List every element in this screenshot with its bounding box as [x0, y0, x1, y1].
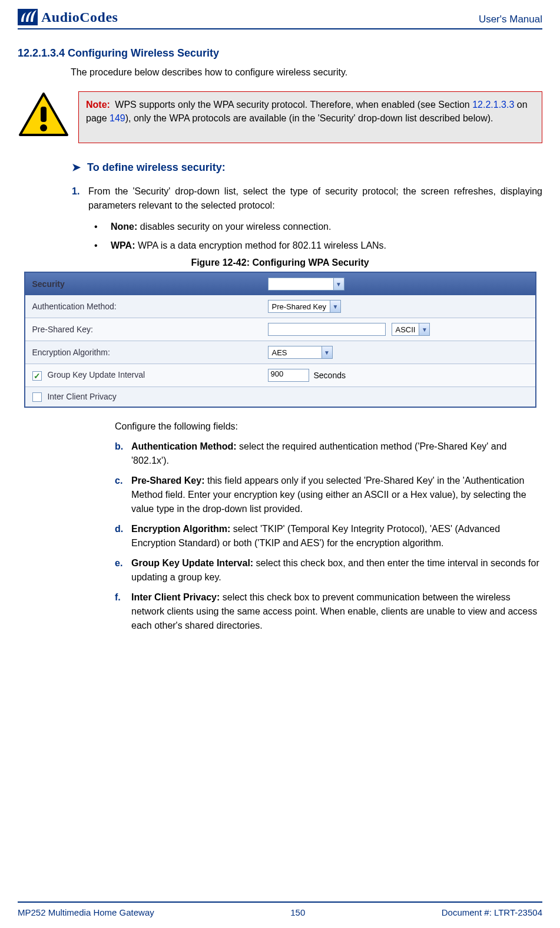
svg-rect-2 [41, 107, 47, 122]
sub-body: Authentication Method: select the requir… [131, 440, 542, 468]
section-title-text: Configuring Wireless Security [68, 47, 219, 59]
bullet-none: • None: disables security on your wirele… [94, 220, 542, 234]
bullet-label: WPA: [111, 240, 135, 250]
procedure-heading-text: To define wireless security: [87, 161, 226, 173]
page-footer: MP252 Multimedia Home Gateway 150 Docume… [18, 901, 542, 917]
intro-text: The procedure below describes how to con… [71, 65, 542, 80]
group-key-checkbox[interactable]: ✓ [32, 371, 42, 381]
section-heading: 12.2.1.3.4 Configuring Wireless Security [18, 47, 542, 60]
sub-body: Group Key Update Interval: select this c… [131, 556, 542, 584]
security-header-label: Security [32, 279, 268, 289]
auth-method-row: Authentication Method: Pre-Shared Key ▼ [25, 295, 535, 318]
note-text-3: ), only the WPA protocols are available … [125, 113, 493, 123]
sub-letter: b. [115, 440, 131, 468]
sub-label: Inter Client Privacy: [131, 592, 220, 602]
psk-label: Pre-Shared Key: [32, 325, 268, 334]
page-header: AudioCodes User's Manual [18, 9, 542, 29]
sub-letter: c. [115, 474, 131, 516]
inter-client-checkbox[interactable] [32, 392, 42, 402]
sub-body: Encryption Algorithm: select 'TKIP' (Tem… [131, 522, 542, 550]
bullet-marker: • [94, 239, 111, 253]
note-container: Note: WPS supports only the WPA security… [18, 91, 542, 143]
group-key-input[interactable]: 900 [268, 369, 309, 382]
bullet-wpa: • WPA: WPA is a data encryption method f… [94, 239, 542, 253]
auth-method-select[interactable]: Pre-Shared Key ▼ [268, 300, 342, 313]
chevron-down-icon: ▼ [419, 323, 429, 335]
sub-body: Pre-Shared Key: this field appears only … [131, 474, 542, 516]
note-page-link[interactable]: 149 [110, 113, 125, 123]
sub-letter: f. [115, 590, 131, 633]
step-1: 1. From the 'Security' drop-down list, s… [72, 184, 542, 213]
brand-name: AudioCodes [41, 9, 118, 25]
note-box: Note: WPS supports only the WPA security… [78, 91, 542, 143]
sub-c: c. Pre-Shared Key: this field appears on… [115, 474, 542, 516]
section-number: 12.2.1.3.4 [18, 47, 65, 59]
header-doc-title: User's Manual [479, 14, 542, 25]
sub-label: Encryption Algorithm: [131, 524, 230, 534]
psk-row: Pre-Shared Key: ASCII ▼ [25, 318, 535, 341]
sub-body: Inter Client Privacy: select this check … [131, 590, 542, 633]
encryption-row: Encryption Algorithm: AES ▼ [25, 341, 535, 364]
step-number: 1. [72, 184, 88, 213]
group-key-row: ✓ Group Key Update Interval 900 Seconds [25, 364, 535, 387]
bullet-text: WPA is a data encryption method for 802.… [135, 240, 386, 250]
warning-icon [18, 91, 69, 143]
config-header-row: Security WPA ▼ [25, 273, 535, 295]
inter-client-label: Inter Client Privacy [47, 392, 116, 401]
bullet-text: disables security on your wireless conne… [137, 222, 331, 232]
bullet-body: None: disables security on your wireless… [111, 220, 542, 234]
footer-page: 150 [290, 907, 305, 917]
psk-input[interactable] [268, 323, 386, 336]
group-key-label: Group Key Update Interval [47, 370, 145, 379]
footer-left: MP252 Multimedia Home Gateway [18, 907, 154, 917]
inter-client-row: Inter Client Privacy [25, 387, 535, 407]
security-select-value: WPA [269, 280, 333, 289]
footer-right: Document #: LTRT-23504 [442, 907, 542, 917]
sub-f: f. Inter Client Privacy: select this che… [115, 590, 542, 633]
step-text: From the 'Security' drop-down list, sele… [88, 184, 542, 213]
group-key-unit: Seconds [314, 371, 346, 380]
sub-label: Group Key Update Interval: [131, 558, 253, 568]
group-key-label-cell: ✓ Group Key Update Interval [32, 370, 268, 380]
logo-icon [18, 9, 38, 25]
psk-format-select[interactable]: ASCII ▼ [392, 323, 430, 336]
auth-method-value: Pre-Shared Key [269, 302, 330, 311]
figure-caption: Figure 12-42: Configuring WPA Security [18, 257, 542, 268]
inter-client-label-cell: Inter Client Privacy [32, 392, 268, 402]
bullet-label: None: [111, 222, 137, 232]
bullet-body: WPA: WPA is a data encryption method for… [111, 239, 542, 253]
sub-b: b. Authentication Method: select the req… [115, 440, 542, 468]
sub-letter: e. [115, 556, 131, 584]
wpa-config-table: Security WPA ▼ Authentication Method: Pr… [24, 272, 536, 408]
sub-d: d. Encryption Algorithm: select 'TKIP' (… [115, 522, 542, 550]
encryption-select[interactable]: AES ▼ [268, 346, 333, 359]
encryption-value: AES [269, 348, 322, 357]
arrow-icon: ➤ [72, 161, 81, 173]
sub-e: e. Group Key Update Interval: select thi… [115, 556, 542, 584]
bullet-marker: • [94, 220, 111, 234]
sub-label: Pre-Shared Key: [131, 475, 205, 486]
sub-label: Authentication Method: [131, 441, 237, 451]
chevron-down-icon: ▼ [322, 346, 332, 358]
encryption-label: Encryption Algorithm: [32, 348, 268, 357]
security-select[interactable]: WPA ▼ [268, 278, 344, 290]
auth-method-label: Authentication Method: [32, 302, 268, 311]
svg-point-3 [40, 124, 47, 131]
procedure-heading: ➤ To define wireless security: [72, 161, 542, 174]
chevron-down-icon: ▼ [333, 278, 344, 290]
note-label: Note: [86, 98, 110, 111]
note-section-link[interactable]: 12.2.1.3.3 [472, 100, 514, 110]
chevron-down-icon: ▼ [330, 300, 340, 312]
note-text-1: WPS supports only the WPA security proto… [115, 100, 472, 110]
brand-logo: AudioCodes [18, 9, 118, 25]
configure-lead: Configure the following fields: [115, 420, 542, 434]
psk-format-value: ASCII [392, 325, 419, 334]
sub-letter: d. [115, 522, 131, 550]
